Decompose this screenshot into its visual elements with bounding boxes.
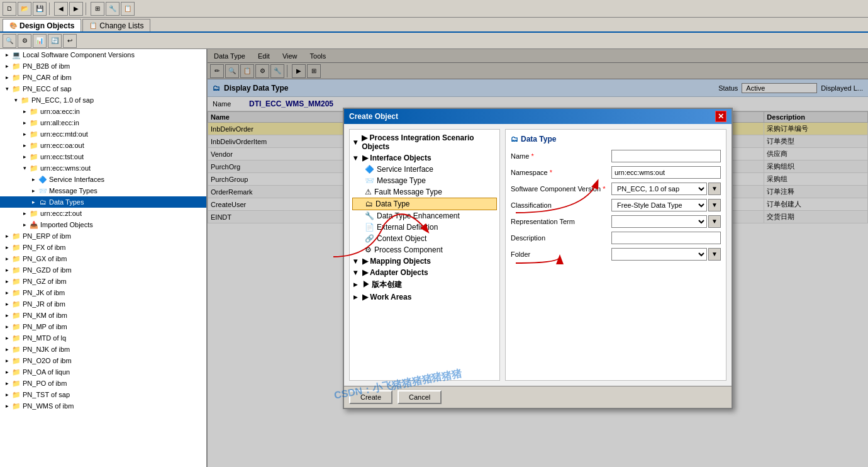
tree-toggle-icon[interactable]: ▸ bbox=[3, 368, 11, 376]
tree-item[interactable]: ▸📁PN_O2O of ibm bbox=[0, 355, 206, 366]
tree-item[interactable]: ▸🔷Service Interfaces bbox=[0, 174, 206, 185]
tree-item[interactable]: ▸📁PN_PO of ibm bbox=[0, 378, 206, 389]
form-scv-btn[interactable]: ▼ bbox=[708, 183, 721, 195]
dialog-tree-item[interactable]: 🔷Service Interface bbox=[352, 164, 497, 175]
tree-item[interactable]: ▸📁PN_OA of liqun bbox=[0, 366, 206, 378]
form-input-desc[interactable] bbox=[611, 232, 721, 244]
dialog-tree-item[interactable]: 🔧Data Type Enhancement bbox=[352, 210, 497, 222]
tree-item[interactable]: ▸📁urn:ecc:oa:out bbox=[0, 140, 206, 151]
tree-item[interactable]: ▸📁PN_NJK of ibm bbox=[0, 344, 206, 355]
dialog-tree-item[interactable]: 🗂Data Type bbox=[352, 198, 497, 210]
tree-item[interactable]: ▸📁PN_GZ of ibm bbox=[0, 276, 206, 287]
dialog-tree-item[interactable]: ⚠Fault Message Type bbox=[352, 186, 497, 198]
tree-item[interactable]: ▸💻Local Software Component Versions bbox=[0, 49, 206, 60]
tree-toggle-icon[interactable]: ▸ bbox=[3, 345, 11, 354]
tree-toggle-icon[interactable]: ▸ bbox=[3, 277, 11, 286]
tree-toggle-icon[interactable]: ▸ bbox=[3, 322, 11, 331]
tree-toggle-icon[interactable]: ▸ bbox=[3, 390, 11, 399]
dialog-section-header[interactable]: ▾▶ Interface Objects bbox=[352, 152, 497, 164]
tree-toggle-icon[interactable]: ▸ bbox=[3, 254, 11, 263]
dialog-tree-item[interactable]: 🔗Context Object bbox=[352, 233, 497, 244]
tree-item[interactable]: ▸📁PN_B2B of ibm bbox=[0, 60, 206, 72]
tree-item[interactable]: ▸📁urn:ecc:tst:out bbox=[0, 151, 206, 162]
tree-item[interactable]: ▸📥Imported Objects bbox=[0, 219, 206, 230]
tree-item[interactable]: ▾📁urn:ecc:wms:out bbox=[0, 162, 206, 174]
tab-change-lists[interactable]: 📋 Change Lists bbox=[82, 19, 150, 31]
toolbar-save-btn[interactable]: 💾 bbox=[33, 2, 47, 16]
tree-toggle-icon[interactable]: ▸ bbox=[3, 300, 11, 308]
tree-item[interactable]: ▸📁PN_TST of sap bbox=[0, 389, 206, 400]
toolbar-btn5[interactable]: 📋 bbox=[121, 2, 135, 16]
tree-toggle-icon[interactable]: ▸ bbox=[20, 220, 29, 229]
cancel-btn[interactable]: Cancel bbox=[398, 390, 442, 404]
tree-item[interactable]: ▸📁PN_GZD of ibm bbox=[0, 264, 206, 276]
tree-item[interactable]: ▸📁PN_ERP of ibm bbox=[0, 230, 206, 242]
tree-item[interactable]: ▾📁PN_ECC of sap bbox=[0, 83, 206, 94]
toolbar-new-btn[interactable]: 🗋 bbox=[3, 2, 16, 16]
tree-toggle-icon[interactable]: ▸ bbox=[3, 334, 11, 342]
tree-toggle-icon[interactable]: ▸ bbox=[20, 152, 29, 161]
tree-toggle-icon[interactable]: ▸ bbox=[20, 209, 29, 218]
second-toolbar-btn3[interactable]: 📊 bbox=[33, 34, 47, 48]
tree-toggle-icon[interactable]: ▸ bbox=[3, 356, 11, 365]
tree-toggle-icon[interactable]: ▸ bbox=[29, 198, 38, 206]
toolbar-btn4[interactable]: 🔧 bbox=[106, 2, 120, 16]
tree-item[interactable]: ▸📁PN_MTD of lq bbox=[0, 332, 206, 344]
tree-toggle-icon[interactable]: ▸ bbox=[3, 73, 11, 82]
dialog-tree-item[interactable]: 📨Message Type bbox=[352, 175, 497, 186]
form-folder-btn[interactable]: ▼ bbox=[708, 248, 721, 261]
tree-toggle-icon[interactable]: ▸ bbox=[29, 175, 38, 184]
tree-toggle-icon[interactable]: ▾ bbox=[3, 84, 11, 93]
dialog-section-header[interactable]: ▾▶ Mapping Objects bbox=[352, 256, 497, 267]
dialog-section-header[interactable]: ▸▶ Work Areas bbox=[352, 291, 497, 303]
tree-item[interactable]: ▸📁PN_CAR of ibm bbox=[0, 72, 206, 83]
form-class-btn[interactable]: ▼ bbox=[708, 199, 721, 211]
tree-item[interactable]: ▸📁PN_MP of ibm bbox=[0, 321, 206, 332]
dialog-section-header[interactable]: ▸▶ 版本创建 bbox=[352, 278, 497, 291]
tree-item[interactable]: ▸📁PN_KM of ibm bbox=[0, 310, 206, 321]
tree-toggle-icon[interactable]: ▸ bbox=[3, 266, 11, 274]
tree-item[interactable]: ▸📁PN_FX of ibm bbox=[0, 242, 206, 253]
form-select-scv[interactable]: PN_ECC, 1.0 of sap bbox=[611, 183, 707, 195]
tree-toggle-icon[interactable]: ▸ bbox=[20, 141, 29, 150]
dialog-section-header[interactable]: ▾▶ Adapter Objects bbox=[352, 267, 497, 278]
tree-toggle-icon[interactable]: ▸ bbox=[3, 232, 11, 240]
second-toolbar-btn5[interactable]: ↩ bbox=[63, 34, 77, 48]
form-select-repr[interactable] bbox=[611, 215, 707, 228]
tree-item[interactable]: ▸📁urn:oa:ecc:in bbox=[0, 106, 206, 117]
tree-toggle-icon[interactable]: ▸ bbox=[3, 402, 11, 410]
second-toolbar-btn1[interactable]: 🔍 bbox=[3, 34, 16, 48]
tree-item[interactable]: ▸📁urn:all:ecc:in bbox=[0, 117, 206, 128]
toolbar-btn3[interactable]: ⊞ bbox=[91, 2, 104, 16]
dialog-tree-item[interactable]: ⚙Process Component bbox=[352, 244, 497, 256]
tree-item[interactable]: ▸🗂Data Types bbox=[0, 196, 206, 208]
tree-toggle-icon[interactable]: ▾ bbox=[20, 164, 29, 172]
dialog-section-header[interactable]: ▾▶ Process Integration Scenario Objects bbox=[352, 132, 497, 152]
tree-item[interactable]: ▸📁PN_GX of ibm bbox=[0, 253, 206, 264]
dialog-tree-item[interactable]: 📄External Definition bbox=[352, 222, 497, 233]
tree-toggle-icon[interactable]: ▸ bbox=[20, 118, 29, 127]
tree-item[interactable]: ▸📁urn:ecc:zt:out bbox=[0, 208, 206, 219]
tree-item[interactable]: ▸📁PN_JR of ibm bbox=[0, 298, 206, 310]
tree-toggle-icon[interactable]: ▸ bbox=[29, 186, 38, 195]
dialog-close-btn[interactable]: ✕ bbox=[715, 111, 726, 122]
toolbar-open-btn[interactable]: 📂 bbox=[18, 2, 31, 16]
toolbar-forward-btn[interactable]: ▶ bbox=[69, 2, 83, 16]
tab-design-objects[interactable]: 🎨 Design Objects bbox=[3, 19, 81, 31]
toolbar-back-btn[interactable]: ◀ bbox=[54, 2, 68, 16]
tree-item[interactable]: ▸📁urn:ecc:mtd:out bbox=[0, 128, 206, 140]
tree-toggle-icon[interactable]: ▸ bbox=[20, 130, 29, 138]
tree-item[interactable]: ▸📁PN_WMS of ibm bbox=[0, 400, 206, 412]
tree-item[interactable]: ▸📁PN_JK of ibm bbox=[0, 287, 206, 298]
tree-item[interactable]: ▾📁PN_ECC, 1.0 of sap bbox=[0, 94, 206, 106]
tree-toggle-icon[interactable]: ▾ bbox=[11, 96, 20, 104]
tree-toggle-icon[interactable]: ▸ bbox=[20, 107, 29, 116]
form-input-name[interactable] bbox=[611, 150, 721, 162]
form-repr-btn[interactable]: ▼ bbox=[708, 215, 721, 228]
tree-toggle-icon[interactable]: ▸ bbox=[3, 50, 11, 59]
tree-item[interactable]: ▸📨Message Types bbox=[0, 185, 206, 196]
tree-toggle-icon[interactable]: ▸ bbox=[3, 311, 11, 320]
form-input-namespace[interactable] bbox=[611, 166, 721, 179]
form-select-folder[interactable] bbox=[611, 248, 707, 261]
second-toolbar-btn2[interactable]: ⚙ bbox=[18, 34, 31, 48]
